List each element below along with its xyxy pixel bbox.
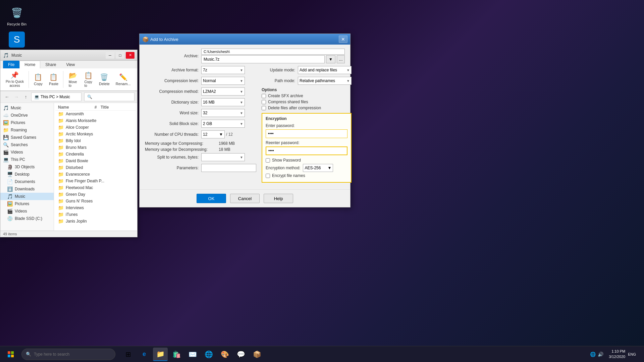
ribbon-btn-rename[interactable]: ✏️ Renam... (113, 72, 133, 87)
taskbar-mail[interactable]: ✉️ (185, 348, 200, 361)
sidebar-item-this-pc[interactable]: 💻 This PC (0, 156, 54, 163)
taskbar-language[interactable]: ENG (628, 352, 636, 356)
taskbar-clock[interactable]: 1:10 PM 3/12/2020 (609, 349, 625, 359)
downloads-icon: ⬇️ (7, 186, 13, 192)
taskbar-edge[interactable]: e (137, 348, 152, 361)
encryption-method-select[interactable]: AES-256 ▼ (303, 164, 333, 172)
file-item-billy[interactable]: 📁 Billy Idol (55, 137, 136, 144)
file-item-bruno[interactable]: 📁 Bruno Mars (55, 144, 136, 151)
file-item-alice[interactable]: 📁 Alice Cooper (55, 124, 136, 131)
cancel-button[interactable]: Cancel (230, 194, 260, 203)
file-item-green-day[interactable]: 📁 Green Day (55, 191, 136, 198)
sidebar-item-blade-ssd[interactable]: 💿 Blade SSD (C:) (0, 215, 54, 222)
path-mode-select[interactable]: Relative pathnames ▼ (298, 77, 352, 85)
ribbon-btn-move[interactable]: 📂 Moveto (65, 70, 80, 89)
show-desktop-button[interactable] (639, 348, 641, 361)
close-button[interactable]: ✕ (126, 52, 135, 59)
browse-button[interactable]: ▼ (326, 55, 335, 63)
search-box[interactable]: 🔍 (84, 93, 135, 101)
tab-file[interactable]: File (3, 61, 19, 68)
sidebar-item-pictures-sub[interactable]: 🖼️ Pictures (0, 200, 54, 207)
sidebar-item-pictures[interactable]: 🖼️ Pictures (0, 119, 54, 126)
taskbar-explorer[interactable]: 📁 (153, 348, 168, 361)
taskbar-store[interactable]: 🛍️ (169, 348, 184, 361)
file-item-evanescence[interactable]: 📁 Evanescence (55, 171, 136, 178)
start-button[interactable] (3, 348, 19, 361)
taskbar-search-input[interactable] (34, 352, 111, 357)
taskbar-glitch[interactable]: 🎨 (217, 348, 232, 361)
file-item-interviews[interactable]: 📁 Interviews (55, 204, 136, 211)
sidebar-item-videos[interactable]: 🎬 Videos (0, 148, 54, 156)
file-item-itunes[interactable]: 📁 iTunes (55, 211, 136, 218)
taskbar-discord[interactable]: 💬 (233, 348, 248, 361)
option-shared-checkbox[interactable] (262, 100, 266, 104)
file-item-arctic[interactable]: 📁 Arctic Monkeys (55, 131, 136, 137)
sidebar-item-downloads[interactable]: ⬇️ Downloads (0, 185, 54, 193)
sidebar-item-music-sub[interactable]: 🎵 Music (0, 193, 54, 200)
ribbon-btn-copy[interactable]: 📋 Copy (31, 72, 46, 87)
update-mode-select[interactable]: Add and replace files ▼ (298, 66, 352, 74)
archive-format-select[interactable]: 7z ▼ (201, 66, 245, 74)
sidebar-item-documents[interactable]: 📄 Documents (0, 178, 54, 185)
network-icon[interactable]: 🌐 (590, 352, 596, 357)
file-item-alanis[interactable]: 📁 Alanis Morissette (55, 117, 136, 124)
compression-level-select[interactable]: Normal ▼ (201, 77, 245, 85)
option-delete-checkbox[interactable] (262, 106, 266, 110)
file-item-guns[interactable]: 📁 Guns N' Roses (55, 198, 136, 204)
taskbar-task-view[interactable]: ⊞ (121, 348, 136, 361)
tab-view[interactable]: View (61, 61, 80, 68)
sidebar-item-music[interactable]: 🎵 Music (0, 104, 54, 112)
sidebar-item-desktop[interactable]: 🖥️ Desktop (0, 171, 54, 178)
show-password-checkbox[interactable] (266, 158, 270, 163)
maximize-button[interactable]: □ (116, 52, 124, 59)
split-select[interactable]: ▼ (201, 153, 245, 161)
parameters-input[interactable] (201, 164, 256, 172)
address-bar[interactable]: 💻 This PC > Music (31, 93, 82, 101)
archive-extra-btn[interactable]: … (337, 55, 345, 63)
taskbar-7zip[interactable]: 📦 (250, 348, 264, 361)
forward-button[interactable]: → (12, 93, 20, 101)
ribbon-btn-pin[interactable]: 📌 Pin to Quickaccess (3, 70, 26, 89)
sidebar-item-3d-objects[interactable]: 🗿 3D Objects (0, 163, 54, 171)
file-item-aerosmith[interactable]: 📁 Aerosmith (55, 111, 136, 117)
archive-name-input[interactable] (201, 55, 325, 63)
taskbar-chrome[interactable]: 🌐 (201, 348, 216, 361)
ribbon-btn-paste[interactable]: 📋 Paste (46, 72, 61, 87)
taskbar-search-box[interactable]: 🔍 (21, 349, 115, 360)
solid-block-select[interactable]: 2 GB ▼ (201, 120, 245, 128)
help-button[interactable]: Help (264, 194, 293, 203)
ribbon-btn-delete[interactable]: 🗑️ Delete (96, 72, 112, 87)
file-item-five-finger[interactable]: 📁 Five Finger Death P... (55, 178, 136, 184)
tab-share[interactable]: Share (40, 61, 61, 68)
sidebar-item-saved-games[interactable]: 💾 Saved Games (0, 134, 54, 141)
ribbon-btn-copy-to[interactable]: 📋 Copyto (81, 70, 96, 89)
back-button[interactable]: ← (3, 93, 11, 101)
option-sfx-checkbox[interactable] (262, 94, 266, 98)
file-item-fleetwood[interactable]: 📁 Fleetwood Mac (55, 184, 136, 191)
word-size-select[interactable]: 32 ▼ (201, 109, 245, 117)
sidebar-item-videos-sub[interactable]: 🎬 Videos (0, 207, 54, 215)
file-item-janis[interactable]: 📁 Janis Joplin (55, 218, 136, 225)
reenter-password-input[interactable] (266, 146, 347, 155)
dictionary-size-select[interactable]: 16 MB ▼ (201, 98, 245, 106)
archive-path-input[interactable] (201, 49, 345, 55)
dialog-close-button[interactable]: ✕ (339, 36, 347, 43)
sidebar-item-onedrive[interactable]: ☁️ OneDrive (0, 112, 54, 119)
ok-button[interactable]: OK (197, 194, 226, 203)
compression-method-select[interactable]: LZMA2 ▼ (201, 87, 245, 96)
tab-home[interactable]: Home (19, 61, 40, 68)
encrypt-names-checkbox[interactable] (266, 174, 270, 178)
file-item-cinderella[interactable]: 📁 Cinderella (55, 151, 136, 158)
enter-password-input[interactable] (266, 129, 347, 138)
sidebar-item-roaming[interactable]: 📁 Roaming (0, 126, 54, 134)
cpu-threads-select[interactable]: 12 ▼ (201, 130, 225, 138)
file-list: Name # Title 📁 Aerosmith 📁 Alanis Moriss… (54, 103, 137, 231)
file-item-david[interactable]: 📁 David Bowie (55, 158, 136, 164)
up-button[interactable]: ↑ (22, 93, 30, 101)
folder-icon-green-day: 📁 (58, 192, 64, 197)
minimize-button[interactable]: ─ (106, 52, 114, 59)
sidebar-item-searches[interactable]: 🔍 Searches (0, 141, 54, 148)
volume-icon[interactable]: 🔊 (598, 352, 603, 357)
file-item-disturbed[interactable]: 📁 Disturbed (55, 164, 136, 171)
desktop-icon-recycle-bin[interactable]: 🗑️ Recycle Bin (3, 3, 30, 27)
